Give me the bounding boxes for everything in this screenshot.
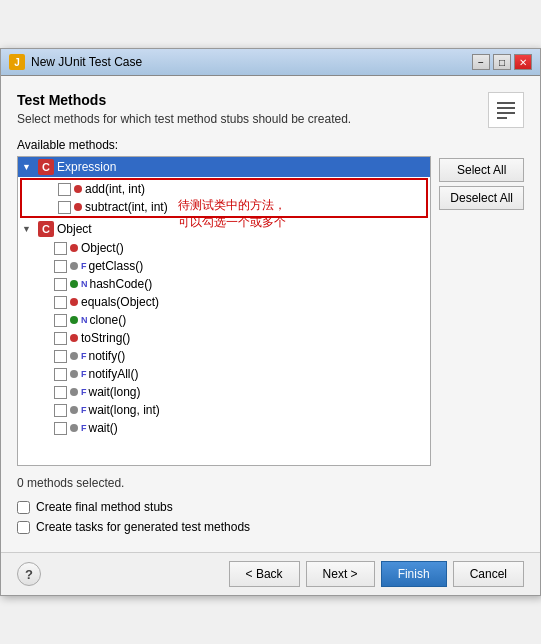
dot-hashcode (70, 280, 78, 288)
node-label-notify: notify() (89, 349, 126, 363)
tree-node-waitlong[interactable]: F wait(long) (18, 383, 430, 401)
section-header: Test Methods Select methods for which te… (17, 92, 524, 128)
finish-button[interactable]: Finish (381, 561, 447, 587)
status-bar: 0 methods selected. (17, 476, 524, 490)
node-label-tostring: toString() (81, 331, 130, 345)
next-button[interactable]: Next > (306, 561, 375, 587)
bottom-bar: ? < Back Next > Finish Cancel (1, 552, 540, 595)
tree-node-object-group[interactable]: ▼ C Object (18, 219, 430, 239)
node-label-equals: equals(Object) (81, 295, 159, 309)
create-tasks-label: Create tasks for generated test methods (36, 520, 250, 534)
title-bar: J New JUnit Test Case − □ ✕ (1, 49, 540, 76)
create-tasks-checkbox[interactable] (17, 521, 30, 534)
s13 (38, 423, 54, 433)
close-button[interactable]: ✕ (514, 54, 532, 70)
minimize-button[interactable]: − (472, 54, 490, 70)
section-title: Test Methods (17, 92, 478, 108)
dot-clone (70, 316, 78, 324)
section-icon (488, 92, 524, 128)
checkbox-add[interactable] (58, 183, 71, 196)
checkbox-tostring[interactable] (54, 332, 67, 345)
checkbox-notify[interactable] (54, 350, 67, 363)
tree-node-tostring[interactable]: toString() (18, 329, 430, 347)
window-icon: J (9, 54, 25, 70)
dot-equals (70, 298, 78, 306)
tree-node-clone[interactable]: N clone() (18, 311, 430, 329)
main-window: J New JUnit Test Case − □ ✕ Test Methods… (0, 48, 541, 596)
s7 (38, 315, 54, 325)
tree-node-expression[interactable]: ▼ C Expression (18, 157, 430, 177)
window-title: New JUnit Test Case (31, 55, 142, 69)
node-label-add: add(int, int) (85, 182, 145, 196)
spacer (42, 184, 58, 194)
dot-notify (70, 352, 78, 360)
node-label-object: Object() (81, 241, 124, 255)
dot-wait (70, 424, 78, 432)
superscript-f3: F (81, 369, 87, 379)
node-label-expression: Expression (57, 160, 116, 174)
section-description: Select methods for which test method stu… (17, 112, 478, 126)
title-bar-left: J New JUnit Test Case (9, 54, 142, 70)
checkbox-subtract[interactable] (58, 201, 71, 214)
s5 (38, 279, 54, 289)
checkbox-waitlong[interactable] (54, 386, 67, 399)
node-label-waitlong: wait(long) (89, 385, 141, 399)
checkbox-clone[interactable] (54, 314, 67, 327)
superscript-n2: N (81, 315, 88, 325)
tree-node-getclass[interactable]: F getClass() (18, 257, 430, 275)
list-icon (494, 98, 518, 122)
svg-rect-3 (497, 117, 507, 119)
superscript-f6: F (81, 423, 87, 433)
create-tasks-row: Create tasks for generated test methods (17, 520, 524, 534)
superscript-f1: F (81, 261, 87, 271)
tree-node-equals[interactable]: equals(Object) (18, 293, 430, 311)
tree-node-waitlongint[interactable]: F wait(long, int) (18, 401, 430, 419)
main-content: Test Methods Select methods for which te… (1, 76, 540, 552)
create-final-checkbox[interactable] (17, 501, 30, 514)
create-final-label: Create final method stubs (36, 500, 173, 514)
checkbox-getclass[interactable] (54, 260, 67, 273)
tree-node-notifyall[interactable]: F notifyAll() (18, 365, 430, 383)
cancel-button[interactable]: Cancel (453, 561, 524, 587)
tree-node-notify[interactable]: F notify() (18, 347, 430, 365)
checkbox-object[interactable] (54, 242, 67, 255)
title-controls: − □ ✕ (472, 54, 532, 70)
node-label-waitlongint: wait(long, int) (89, 403, 160, 417)
superscript-n1: N (81, 279, 88, 289)
deselect-all-button[interactable]: Deselect All (439, 186, 524, 210)
tree-node-subtract[interactable]: subtract(int, int) (22, 198, 426, 216)
dot-getclass (70, 262, 78, 270)
tree-node-add[interactable]: add(int, int) (22, 180, 426, 198)
method-dot-add (74, 185, 82, 193)
help-button[interactable]: ? (17, 562, 41, 586)
methods-area: ▼ C Expression add(int, int) (17, 156, 524, 466)
node-label-clone: clone() (90, 313, 127, 327)
node-label-getclass: getClass() (89, 259, 144, 273)
back-button[interactable]: < Back (229, 561, 300, 587)
checkbox-waitlongint[interactable] (54, 404, 67, 417)
method-dot-subtract (74, 203, 82, 211)
checkbox-hashcode[interactable] (54, 278, 67, 291)
checkbox-notifyall[interactable] (54, 368, 67, 381)
expand-arrow-expression: ▼ (22, 162, 38, 172)
side-buttons: Select All Deselect All (439, 156, 524, 466)
node-label-notifyall: notifyAll() (89, 367, 139, 381)
tree-container[interactable]: ▼ C Expression add(int, int) (17, 156, 431, 466)
select-all-button[interactable]: Select All (439, 158, 524, 182)
checkbox-wait[interactable] (54, 422, 67, 435)
maximize-button[interactable]: □ (493, 54, 511, 70)
class-icon-object: C (38, 221, 54, 237)
superscript-f5: F (81, 405, 87, 415)
node-label-object-group: Object (57, 222, 92, 236)
dot-waitlongint (70, 406, 78, 414)
checkbox-equals[interactable] (54, 296, 67, 309)
svg-rect-1 (497, 107, 515, 109)
s6 (38, 297, 54, 307)
dot-waitlong (70, 388, 78, 396)
section-title-area: Test Methods Select methods for which te… (17, 92, 478, 126)
svg-rect-2 (497, 112, 515, 114)
dot-object (70, 244, 78, 252)
tree-node-object[interactable]: Object() (18, 239, 430, 257)
tree-node-hashcode[interactable]: N hashCode() (18, 275, 430, 293)
tree-node-wait[interactable]: F wait() (18, 419, 430, 437)
